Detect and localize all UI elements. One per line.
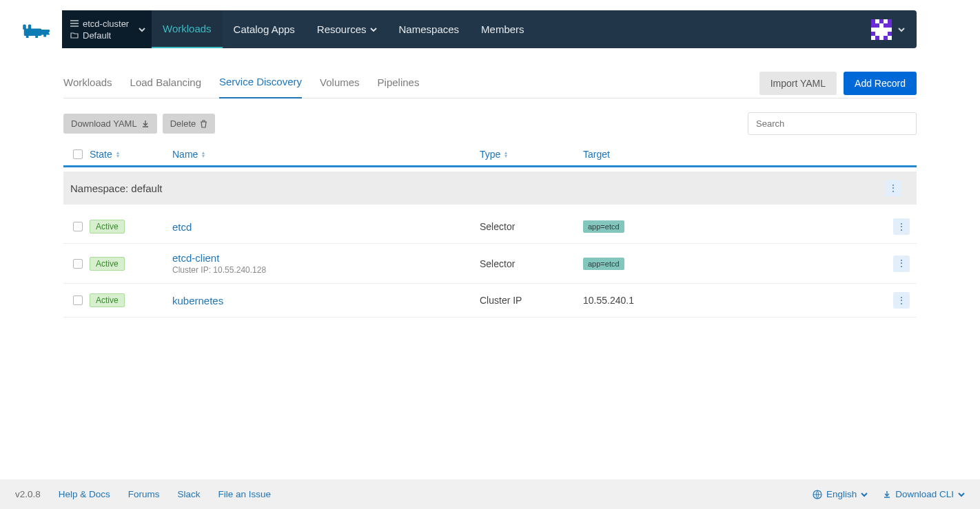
service-subtitle: Cluster IP: 10.55.240.128	[172, 265, 480, 275]
svg-rect-2	[28, 24, 32, 30]
group-label: Namespace: default	[70, 183, 162, 194]
toolbar: Download YAML Delete	[63, 112, 917, 135]
tab-workloads[interactable]: Workloads	[63, 70, 112, 98]
tab-volumes[interactable]: Volumes	[320, 70, 360, 98]
user-menu[interactable]	[860, 10, 917, 48]
service-type: Selector	[480, 221, 583, 232]
logo[interactable]	[14, 10, 62, 48]
nav-label: Members	[481, 23, 524, 35]
group-actions-button[interactable]: ⋮	[885, 180, 901, 196]
chevron-down-icon	[138, 25, 146, 34]
service-type: Selector	[480, 258, 583, 269]
footer-help[interactable]: Help & Docs	[59, 489, 110, 499]
svg-point-4	[49, 32, 51, 34]
svg-rect-0	[24, 28, 42, 36]
target-text: 10.55.240.1	[583, 295, 879, 306]
column-label: Target	[583, 149, 610, 160]
column-label: State	[90, 149, 112, 160]
trash-icon	[200, 120, 207, 128]
download-icon	[141, 120, 150, 128]
sort-icon: ▴▾	[202, 151, 205, 158]
chevron-down-icon	[370, 26, 377, 33]
svg-rect-1	[23, 24, 26, 30]
row-checkbox[interactable]	[73, 259, 83, 269]
top-navbar: etcd-cluster Default Workloads Catalog A…	[63, 10, 917, 48]
tab-load-balancing[interactable]: Load Balancing	[130, 70, 201, 98]
nav-label: Workloads	[163, 23, 212, 34]
footer-slack[interactable]: Slack	[178, 489, 201, 499]
service-name-link[interactable]: etcd	[172, 221, 480, 233]
target-label-badge: app=etcd	[583, 220, 624, 233]
select-all-checkbox[interactable]	[73, 149, 83, 159]
column-target[interactable]: Target	[583, 149, 879, 160]
sort-icon: ▴▾	[116, 151, 119, 158]
subtabs: Workloads Load Balancing Service Discove…	[63, 69, 917, 98]
bars-icon	[70, 19, 79, 28]
footer-forums[interactable]: Forums	[128, 489, 160, 499]
column-name[interactable]: Name ▴▾	[172, 149, 480, 160]
column-state[interactable]: State ▴▾	[90, 149, 172, 160]
table-row: Active etcd-client Cluster IP: 10.55.240…	[63, 244, 917, 284]
nav-label: Catalog Apps	[234, 23, 295, 35]
download-cli[interactable]: Download CLI	[883, 489, 965, 499]
state-badge: Active	[90, 293, 125, 307]
add-record-button[interactable]: Add Record	[844, 72, 917, 95]
row-actions-button[interactable]: ⋮	[893, 218, 910, 235]
table-row: Active kubernetes Cluster IP 10.55.240.1…	[63, 284, 917, 318]
column-label: Type	[480, 149, 500, 160]
version: v2.0.8	[15, 489, 41, 499]
tab-service-discovery[interactable]: Service Discovery	[219, 69, 302, 98]
row-checkbox[interactable]	[73, 222, 83, 231]
globe-icon	[813, 490, 822, 499]
service-type: Cluster IP	[480, 295, 583, 306]
chevron-down-icon	[897, 25, 906, 34]
row-actions-button[interactable]: ⋮	[893, 292, 910, 309]
footer-file-issue[interactable]: File an Issue	[218, 489, 272, 499]
language-label: English	[826, 489, 857, 499]
primary-nav: Workloads Catalog Apps Resources Namespa…	[152, 10, 535, 48]
chevron-down-icon	[958, 491, 965, 498]
tab-pipelines[interactable]: Pipelines	[378, 70, 420, 98]
download-icon	[883, 490, 891, 499]
import-yaml-button[interactable]: Import YAML	[759, 72, 837, 95]
subtab-actions: Import YAML Add Record	[759, 72, 917, 95]
state-badge: Active	[90, 220, 125, 233]
nav-namespaces[interactable]: Namespaces	[388, 10, 471, 48]
table-row: Active etcd Selector app=etcd ⋮	[63, 210, 917, 244]
svg-rect-6	[35, 34, 38, 38]
nav-workloads[interactable]: Workloads	[152, 10, 223, 48]
footer: v2.0.8 Help & Docs Forums Slack File an …	[0, 479, 980, 509]
delete-button[interactable]: Delete	[163, 114, 216, 134]
search-input[interactable]	[748, 112, 917, 135]
cluster-project-selector[interactable]: etcd-cluster Default	[62, 10, 152, 48]
services-table: State ▴▾ Name ▴▾ Type ▴▾ Target Namespac…	[63, 145, 917, 318]
download-cli-label: Download CLI	[895, 489, 954, 499]
project-name: Default	[83, 30, 111, 41]
button-label: Download YAML	[71, 118, 137, 129]
nav-label: Resources	[317, 23, 367, 35]
svg-rect-5	[26, 34, 29, 38]
table-header: State ▴▾ Name ▴▾ Type ▴▾ Target	[63, 145, 917, 167]
cluster-name: etcd-cluster	[83, 19, 129, 29]
state-badge: Active	[90, 257, 125, 271]
column-type[interactable]: Type ▴▾	[480, 149, 583, 160]
svg-rect-7	[43, 34, 46, 37]
avatar	[871, 19, 892, 40]
row-actions-button[interactable]: ⋮	[893, 256, 910, 272]
service-name-link[interactable]: etcd-client	[172, 252, 480, 264]
rancher-logo-icon	[19, 19, 57, 40]
row-checkbox[interactable]	[73, 295, 83, 305]
column-label: Name	[172, 149, 198, 160]
nav-catalog-apps[interactable]: Catalog Apps	[223, 10, 306, 48]
download-yaml-button[interactable]: Download YAML	[63, 114, 157, 134]
namespace-group: Namespace: default ⋮	[63, 172, 917, 205]
chevron-down-icon	[861, 491, 868, 498]
nav-label: Namespaces	[399, 23, 460, 35]
target-label-badge: app=etcd	[583, 258, 624, 270]
language-selector[interactable]: English	[813, 489, 868, 499]
nav-resources[interactable]: Resources	[306, 10, 388, 48]
service-name-link[interactable]: kubernetes	[172, 295, 480, 307]
sort-icon: ▴▾	[504, 151, 507, 158]
folder-icon	[70, 31, 79, 39]
nav-members[interactable]: Members	[470, 10, 535, 48]
